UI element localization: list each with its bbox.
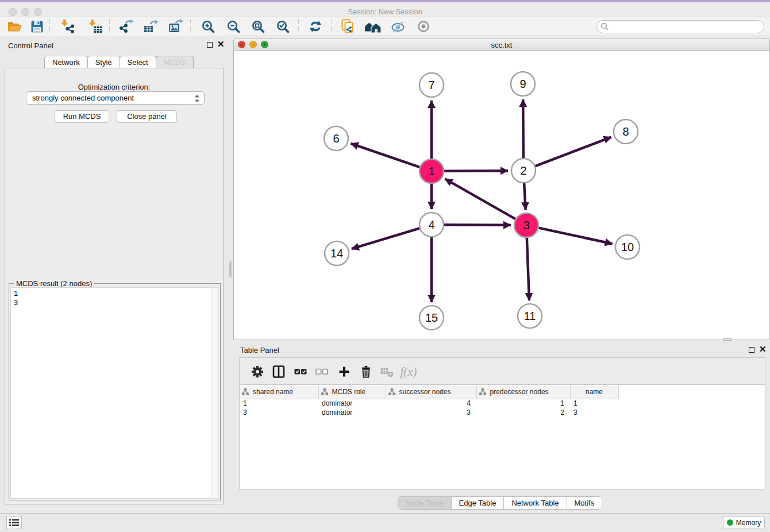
- horizontal-splitter-handle[interactable]: [723, 338, 732, 341]
- column-header-name[interactable]: name: [570, 385, 618, 399]
- export-table-button[interactable]: [140, 18, 161, 34]
- tab-edge-table[interactable]: Edge Table: [451, 497, 504, 509]
- table-cell[interactable]: 3: [386, 408, 476, 417]
- graph-edge-3-11[interactable]: [527, 238, 529, 300]
- delete-table-icon: [379, 365, 394, 379]
- float-table-panel-icon[interactable]: [749, 347, 754, 353]
- tab-mcds[interactable]: MCDS: [156, 56, 194, 68]
- result-scrollbar[interactable]: [211, 287, 219, 499]
- hierarchy-icon: [242, 388, 249, 395]
- show-columns-button[interactable]: [270, 363, 288, 380]
- optimization-criterion-select[interactable]: strongly connected component: [26, 91, 205, 105]
- table-toolbar: f(x): [240, 358, 765, 385]
- graph-edge-2-9[interactable]: [523, 99, 523, 158]
- graph-edge-1-6[interactable]: [351, 144, 420, 167]
- hierarchy-icon: [321, 388, 328, 395]
- table-cell[interactable]: 3: [240, 408, 318, 417]
- houses-icon: [364, 20, 382, 33]
- mcds-result-title: MCDS result (2 nodes): [14, 279, 94, 288]
- import-network-icon: [59, 19, 75, 34]
- refresh-icon: [308, 20, 323, 33]
- tab-node-table[interactable]: Node Table: [398, 497, 451, 509]
- graph-edge-2-3[interactable]: [524, 183, 525, 210]
- run-mcds-button[interactable]: Run MCDS: [55, 110, 109, 123]
- table-cell-filler: [618, 408, 765, 417]
- save-session-button[interactable]: [26, 18, 48, 34]
- column-label: predecessor nodes: [490, 388, 549, 396]
- column-header-predecessor-nodes[interactable]: predecessor nodes: [476, 385, 570, 399]
- graph-edge-2-8[interactable]: [536, 137, 611, 167]
- export-network-button[interactable]: [115, 18, 137, 34]
- delete-row-button[interactable]: [357, 363, 375, 380]
- column-header-successor-nodes[interactable]: successor nodes: [386, 385, 476, 399]
- hierarchy-icon: [479, 388, 486, 395]
- tab-network-table[interactable]: Network Table: [503, 497, 566, 509]
- select-all-button[interactable]: [291, 363, 310, 380]
- zoom-selected-button[interactable]: [272, 18, 294, 34]
- table-cell[interactable]: 2: [476, 408, 570, 417]
- eye-icon: [417, 20, 430, 33]
- toolbar-separator: [49, 20, 50, 33]
- column-header-shared-name[interactable]: shared name: [240, 385, 318, 399]
- import-network-button[interactable]: [56, 18, 78, 34]
- mcds-panel: Optimization criterion: strongly connect…: [5, 68, 224, 504]
- graph-edge-3-10[interactable]: [539, 228, 613, 244]
- network-canvas[interactable]: 7968124314101511: [234, 51, 769, 340]
- task-history-button[interactable]: [6, 516, 22, 529]
- table-cell[interactable]: 1: [240, 399, 318, 408]
- zoom-fit-icon: [251, 20, 265, 33]
- apply-function-button[interactable]: f(x): [399, 363, 418, 380]
- node-table: shared name MCDS role successor nodes: [240, 385, 765, 417]
- graph-edge-3-1[interactable]: [445, 179, 515, 219]
- tab-network[interactable]: Network: [44, 56, 88, 68]
- float-panel-icon[interactable]: [207, 42, 213, 48]
- tab-select[interactable]: Select: [120, 56, 156, 68]
- network-window-titlebar[interactable]: × − + scc.txt: [234, 38, 769, 51]
- graph-edge-4-14[interactable]: [352, 228, 419, 249]
- unselect-all-button[interactable]: [313, 363, 331, 380]
- table-cell[interactable]: dominator: [318, 399, 386, 408]
- export-image-button[interactable]: [165, 18, 187, 34]
- column-header-mcds-role[interactable]: MCDS role: [318, 385, 386, 399]
- table-cell[interactable]: 4: [386, 399, 476, 408]
- close-panel-icon[interactable]: ✕: [217, 41, 225, 48]
- table-settings-button[interactable]: [248, 363, 267, 380]
- toolbar-separator: [331, 20, 332, 33]
- import-table-icon: [87, 19, 103, 34]
- tab-style[interactable]: Style: [87, 56, 120, 68]
- graph-node-label: 7: [428, 79, 434, 91]
- import-table-button[interactable]: [84, 18, 106, 34]
- duplicate-network-button[interactable]: [337, 18, 359, 34]
- show-graphics-details-button[interactable]: [413, 18, 434, 34]
- zoom-fit-button[interactable]: [247, 18, 269, 34]
- graph-node-label: 10: [621, 241, 634, 253]
- table-cell[interactable]: 3: [570, 408, 618, 417]
- fx-icon: f(x): [400, 365, 417, 379]
- close-table-panel-icon[interactable]: ✕: [759, 346, 767, 353]
- table-row[interactable]: 3dominator323: [240, 408, 765, 417]
- mcds-result-text[interactable]: 1 3: [10, 287, 212, 499]
- graph-edge-4-3[interactable]: [444, 225, 511, 225]
- table-cell[interactable]: 1: [476, 399, 570, 408]
- duplicate-network-icon: [340, 19, 355, 34]
- add-row-button[interactable]: [335, 363, 353, 380]
- memory-button[interactable]: Memory: [723, 516, 765, 529]
- close-panel-button[interactable]: Close panel: [117, 110, 177, 123]
- graph-edge-1-2[interactable]: [444, 171, 508, 171]
- open-session-button[interactable]: [3, 18, 25, 34]
- eye-slash-icon: [391, 20, 405, 34]
- hide-graphics-details-button[interactable]: [387, 18, 409, 34]
- table-cell[interactable]: 1: [570, 399, 618, 408]
- first-neighbors-button[interactable]: [362, 18, 384, 34]
- zoom-in-button[interactable]: [197, 18, 219, 34]
- search-input[interactable]: [596, 20, 764, 33]
- table-cell[interactable]: dominator: [318, 408, 386, 417]
- table-row[interactable]: 1dominator411: [240, 399, 765, 408]
- zoom-out-button[interactable]: [222, 18, 244, 34]
- main-titlebar: Session: New Session: [0, 2, 770, 17]
- delete-table-button[interactable]: [378, 363, 396, 380]
- toolbar-separator: [109, 20, 110, 33]
- tab-motifs[interactable]: Motifs: [567, 497, 602, 509]
- refresh-button[interactable]: [305, 18, 326, 34]
- vertical-splitter-handle[interactable]: [229, 261, 232, 277]
